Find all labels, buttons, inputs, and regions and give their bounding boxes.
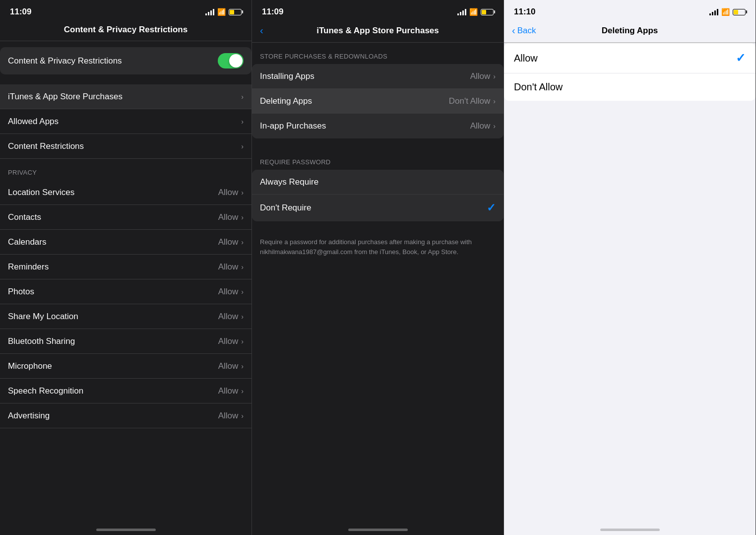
itunes-purchases-label: iTunes & App Store Purchases <box>8 92 241 102</box>
store-purchases-header: STORE PURCHASES & REDOWNLOADS <box>252 43 504 64</box>
home-indicator-2 <box>252 520 504 535</box>
require-password-header: REQUIRE PASSWORD <box>252 148 504 170</box>
dont-require-item[interactable]: Don't Require ✓ <box>252 195 504 221</box>
status-icons-1: 📶 <box>205 8 242 16</box>
nav-bar-1: Content & Privacy Restrictions <box>0 21 252 41</box>
back-chevron-icon-3: ‹ <box>512 25 515 36</box>
battery-icon-2 <box>481 9 494 15</box>
contacts-value: Allow <box>218 212 239 222</box>
home-indicator-1 <box>0 520 252 535</box>
back-chevron-icon-2: ‹ <box>260 25 263 36</box>
speech-recognition-value: Allow <box>218 386 239 396</box>
deleting-apps-item[interactable]: Deleting Apps Don't Allow › <box>252 89 504 114</box>
back-button-2[interactable]: ‹ <box>260 25 290 36</box>
dont-require-checkmark-icon: ✓ <box>487 201 496 214</box>
advertising-value: Allow <box>218 411 239 421</box>
wifi-icon-1: 📶 <box>217 8 226 16</box>
content-1: Content & Privacy Restrictions iTunes & … <box>0 41 252 520</box>
installing-apps-value: Allow <box>470 71 491 81</box>
privacy-restrictions-toggle[interactable]: Content & Privacy Restrictions <box>0 47 252 74</box>
installing-apps-item[interactable]: Installing Apps Allow › <box>252 64 504 89</box>
installing-apps-chevron-icon: › <box>493 72 496 80</box>
location-services-value: Allow <box>218 188 239 198</box>
microphone-item[interactable]: Microphone Allow › <box>0 354 252 379</box>
status-bar-2: 11:09 📶 <box>252 0 504 21</box>
reminders-label: Reminders <box>8 262 218 272</box>
battery-icon-1 <box>229 9 242 15</box>
privacy-section-header: PRIVACY <box>0 159 252 180</box>
photos-chevron-icon: › <box>241 288 244 296</box>
signal-icon-3 <box>709 8 718 15</box>
advertising-item[interactable]: Advertising Allow › <box>0 403 252 428</box>
home-indicator-3 <box>504 520 756 535</box>
advertising-chevron-icon: › <box>241 412 244 420</box>
dont-allow-option[interactable]: Don't Allow <box>504 73 756 101</box>
status-bar-3: 11:10 📶 <box>504 0 756 21</box>
photos-value: Allow <box>218 287 239 297</box>
content-restrictions-item[interactable]: Content Restrictions › <box>0 134 252 159</box>
inapp-purchases-chevron-icon: › <box>493 122 496 130</box>
bluetooth-sharing-item[interactable]: Bluetooth Sharing Allow › <box>0 329 252 354</box>
status-bar-1: 11:09 📶 <box>0 0 252 21</box>
password-description: Require a password for additional purcha… <box>252 231 504 263</box>
reminders-item[interactable]: Reminders Allow › <box>0 255 252 279</box>
calendars-label: Calendars <box>8 237 218 247</box>
speech-recognition-chevron-icon: › <box>241 387 244 395</box>
photos-item[interactable]: Photos Allow › <box>0 279 252 304</box>
reminders-value: Allow <box>218 262 239 272</box>
speech-recognition-item[interactable]: Speech Recognition Allow › <box>0 379 252 403</box>
bluetooth-sharing-value: Allow <box>218 336 239 346</box>
calendars-chevron-icon: › <box>241 238 244 246</box>
content-restrictions-chevron-icon: › <box>241 142 244 150</box>
wifi-icon-3: 📶 <box>721 8 730 16</box>
inapp-purchases-label: In-app Purchases <box>260 121 470 131</box>
deleting-apps-label: Deleting Apps <box>260 96 449 106</box>
inapp-purchases-item[interactable]: In-app Purchases Allow › <box>252 114 504 138</box>
contacts-label: Contacts <box>8 212 218 222</box>
nav-title-3: Deleting Apps <box>542 26 718 36</box>
calendars-value: Allow <box>218 237 239 247</box>
bluetooth-sharing-label: Bluetooth Sharing <box>8 336 218 346</box>
deleting-apps-options: Allow ✓ Don't Allow <box>504 43 756 101</box>
back-label-3: Back <box>517 26 536 36</box>
toggle-switch[interactable] <box>218 53 244 68</box>
bluetooth-sharing-chevron-icon: › <box>241 337 244 345</box>
share-location-item[interactable]: Share My Location Allow › <box>0 304 252 329</box>
microphone-label: Microphone <box>8 361 218 371</box>
allow-checkmark-icon: ✓ <box>736 51 746 65</box>
reminders-chevron-icon: › <box>241 263 244 271</box>
screen1: 11:09 📶 Content & Privacy Restrictions C… <box>0 0 252 535</box>
back-button-3[interactable]: ‹ Back <box>512 25 542 36</box>
contacts-item[interactable]: Contacts Allow › <box>0 205 252 230</box>
location-services-chevron-icon: › <box>241 189 244 197</box>
status-time-3: 11:10 <box>514 7 535 17</box>
screen2: 11:09 📶 ‹ iTunes & App Store Purchases S… <box>252 0 504 535</box>
calendars-item[interactable]: Calendars Allow › <box>0 230 252 255</box>
speech-recognition-label: Speech Recognition <box>8 386 218 396</box>
installing-apps-label: Installing Apps <box>260 71 470 81</box>
status-icons-3: 📶 <box>709 8 746 16</box>
wifi-icon-2: 📶 <box>469 8 478 16</box>
photos-label: Photos <box>8 287 218 297</box>
signal-icon-2 <box>457 8 466 15</box>
allow-option[interactable]: Allow ✓ <box>504 43 756 73</box>
itunes-chevron-icon: › <box>241 93 244 101</box>
deleting-apps-value: Don't Allow <box>449 96 491 106</box>
store-purchases-group: Installing Apps Allow › Deleting Apps Do… <box>252 64 504 138</box>
always-require-item[interactable]: Always Require <box>252 170 504 195</box>
status-icons-2: 📶 <box>457 8 494 16</box>
location-services-item[interactable]: Location Services Allow › <box>0 180 252 205</box>
status-time-2: 11:09 <box>262 7 283 17</box>
share-location-chevron-icon: › <box>241 313 244 321</box>
itunes-purchases-item[interactable]: iTunes & App Store Purchases › <box>0 84 252 109</box>
location-services-label: Location Services <box>8 188 218 198</box>
microphone-value: Allow <box>218 361 239 371</box>
nav-title-1: Content & Privacy Restrictions <box>38 25 214 35</box>
allowed-apps-item[interactable]: Allowed Apps › <box>0 109 252 134</box>
inapp-purchases-value: Allow <box>470 121 491 131</box>
deleting-apps-chevron-icon: › <box>493 97 496 105</box>
screen3: 11:10 📶 ‹ Back Deleting Apps <box>504 0 756 535</box>
share-location-label: Share My Location <box>8 312 218 322</box>
content-3: Allow ✓ Don't Allow <box>504 43 756 520</box>
battery-icon-3 <box>733 9 746 15</box>
